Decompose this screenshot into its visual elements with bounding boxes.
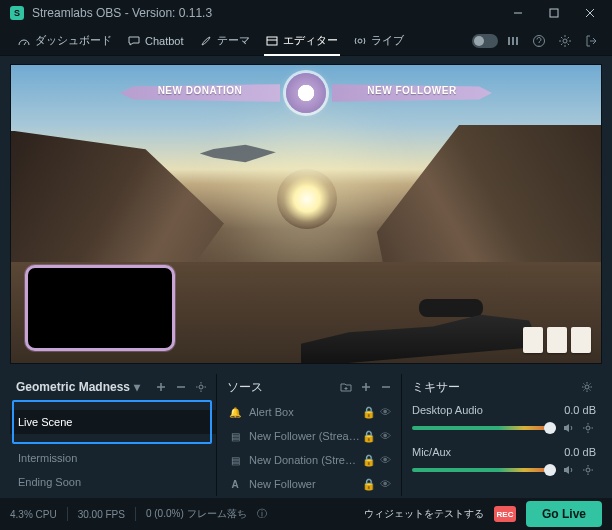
status-dropped: 0 (0.0%) フレーム落ち — [146, 507, 247, 521]
volume-slider[interactable] — [412, 468, 556, 472]
chat-icon — [128, 35, 140, 47]
titlebar: S Streamlabs OBS - Version: 0.11.3 — [0, 0, 612, 26]
add-scene-button[interactable] — [152, 378, 170, 396]
nav-live[interactable]: ライブ — [346, 26, 412, 56]
speaker-icon[interactable] — [562, 422, 576, 434]
statusbar: 4.3% CPU 30.00 FPS 0 (0.0%) フレーム落ち ⓘ ウィジ… — [0, 498, 612, 530]
lock-icon[interactable]: 🔒 — [361, 478, 377, 491]
scene-collection-name: Geometric Madness — [16, 380, 130, 394]
remove-scene-button[interactable] — [172, 378, 190, 396]
status-fps: 30.00 FPS — [78, 509, 125, 520]
nav-label: Chatbot — [145, 35, 184, 47]
scenes-panel: Geometric Madness ▾ Live Scene Intermiss… — [10, 374, 216, 496]
app-logo-icon: S — [10, 6, 24, 20]
doc-icon: ▤ — [229, 455, 241, 466]
scene-label: Live Scene — [18, 416, 208, 428]
golive-label: Go Live — [542, 507, 586, 521]
nav-label: ライブ — [371, 33, 404, 48]
sources-title: ソース — [227, 379, 263, 396]
status-cpu: 4.3% CPU — [10, 509, 57, 520]
minimize-button[interactable] — [500, 0, 536, 26]
editor-icon — [266, 35, 278, 47]
source-label: New Follower (Stream Label) — [249, 430, 361, 442]
nav-label: テーマ — [217, 33, 250, 48]
banner-wing-right: NEW FOLLOWER — [332, 82, 492, 104]
columns-icon[interactable] — [502, 30, 524, 52]
scene-label: Intermission — [18, 452, 208, 464]
banner-left-label: NEW DONATION — [120, 85, 280, 96]
svg-rect-0 — [550, 9, 558, 17]
scene-row-live[interactable]: Live Scene — [10, 410, 216, 434]
svg-point-7 — [586, 426, 590, 430]
lock-icon[interactable]: 🔒 — [361, 406, 377, 419]
mixer-settings-icon[interactable] — [578, 378, 596, 396]
sources-panel: ソース 🔔Alert Box🔒👁 ▤New Follower (Stream L… — [216, 374, 402, 496]
source-label: New Donation (Stream Label) — [249, 454, 361, 466]
scene-row-intermission[interactable]: Intermission — [10, 446, 216, 470]
svg-point-6 — [585, 385, 589, 389]
mixer-mic-aux: Mic/Aux0.0 dB — [406, 442, 602, 484]
mixer-level: 0.0 dB — [564, 404, 596, 416]
webcam-overlay[interactable] — [25, 265, 175, 351]
nav-dashboard[interactable]: ダッシュボード — [10, 26, 120, 56]
lock-icon[interactable]: 🔒 — [361, 430, 377, 443]
banner-wing-left: NEW DONATION — [120, 82, 280, 104]
info-icon[interactable]: ⓘ — [257, 507, 267, 521]
mode-toggle[interactable] — [472, 34, 498, 48]
lock-icon[interactable]: 🔒 — [361, 454, 377, 467]
scene-settings-icon[interactable] — [192, 378, 210, 396]
sources-list: 🔔Alert Box🔒👁 ▤New Follower (Stream Label… — [221, 400, 401, 496]
nav-themes[interactable]: テーマ — [192, 26, 258, 56]
eye-icon[interactable]: 👁 — [377, 478, 393, 490]
eye-icon[interactable]: 👁 — [377, 430, 393, 442]
scene-label: Ending Soon — [18, 476, 208, 488]
go-live-button[interactable]: Go Live — [526, 501, 602, 527]
mixer-item-settings-icon[interactable] — [582, 464, 596, 476]
mixer-item-settings-icon[interactable] — [582, 422, 596, 434]
remove-source-button[interactable] — [377, 378, 395, 396]
brush-icon — [200, 35, 212, 47]
navbar: ダッシュボード Chatbot テーマ エディター ライブ — [0, 26, 612, 56]
record-button[interactable]: REC — [494, 506, 516, 522]
add-folder-button[interactable] — [337, 378, 355, 396]
nav-editor[interactable]: エディター — [258, 26, 346, 56]
nav-chatbot[interactable]: Chatbot — [120, 26, 192, 56]
panels: Geometric Madness ▾ Live Scene Intermiss… — [0, 372, 612, 498]
source-row[interactable]: ▤New Donation (Stream Label)🔒👁 — [221, 448, 401, 472]
eye-icon[interactable]: 👁 — [377, 406, 393, 418]
settings-icon[interactable] — [554, 30, 576, 52]
scene-scope — [419, 299, 483, 317]
scene-row-ending[interactable]: Ending Soon — [10, 470, 216, 494]
mixer-title: ミキサー — [412, 379, 460, 396]
chevron-down-icon: ▾ — [134, 380, 140, 394]
svg-point-4 — [563, 39, 567, 43]
gauge-icon — [18, 35, 30, 47]
broadcast-icon — [354, 35, 366, 47]
nav-label: ダッシュボード — [35, 33, 112, 48]
test-widgets-link[interactable]: ウィジェットをテストする — [364, 507, 484, 521]
doc-icon: ▤ — [229, 431, 241, 442]
maximize-button[interactable] — [536, 0, 572, 26]
volume-slider[interactable] — [412, 426, 556, 430]
eye-icon[interactable]: 👁 — [377, 454, 393, 466]
preview-canvas[interactable]: NEW DONATION NEW FOLLOWER — [10, 64, 602, 364]
alert-banner: NEW DONATION NEW FOLLOWER — [120, 73, 492, 113]
source-row[interactable]: ▤New Follower (Stream Label)🔒👁 — [221, 424, 401, 448]
speaker-icon[interactable] — [562, 464, 576, 476]
help-icon[interactable] — [528, 30, 550, 52]
svg-point-2 — [358, 39, 362, 43]
source-row[interactable]: ANew Follower🔒👁 — [221, 472, 401, 496]
scenes-list: Live Scene Intermission Ending Soon — [10, 400, 216, 496]
source-row[interactable]: 🔔Alert Box🔒👁 — [221, 400, 401, 424]
close-button[interactable] — [572, 0, 608, 26]
add-source-button[interactable] — [357, 378, 375, 396]
logout-icon[interactable] — [580, 30, 602, 52]
svg-point-8 — [586, 468, 590, 472]
banner-right-label: NEW FOLLOWER — [332, 85, 492, 96]
nav-label: エディター — [283, 33, 338, 48]
scene-cards — [523, 327, 591, 353]
scene-collection-dropdown[interactable]: Geometric Madness ▾ — [10, 374, 216, 400]
mixer-name: Mic/Aux — [412, 446, 451, 458]
svg-rect-1 — [267, 37, 277, 45]
text-icon: A — [229, 479, 241, 490]
